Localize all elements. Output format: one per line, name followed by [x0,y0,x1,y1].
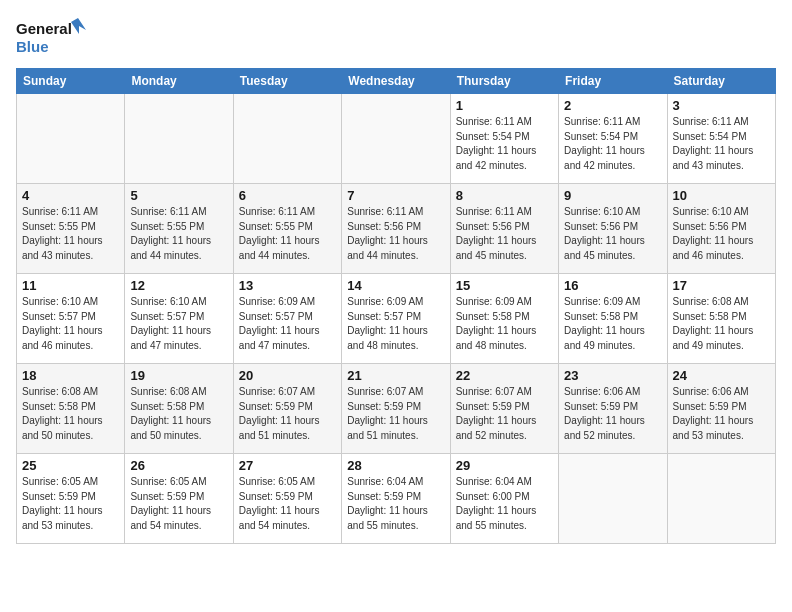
day-info: Sunrise: 6:10 AMSunset: 5:56 PMDaylight:… [564,205,661,263]
day-info: Sunrise: 6:11 AMSunset: 5:54 PMDaylight:… [456,115,553,173]
day-number: 28 [347,458,444,473]
svg-text:General: General [16,20,72,37]
day-info: Sunrise: 6:10 AMSunset: 5:56 PMDaylight:… [673,205,770,263]
svg-text:Blue: Blue [16,38,49,55]
calendar-cell: 12Sunrise: 6:10 AMSunset: 5:57 PMDayligh… [125,274,233,364]
calendar-cell: 26Sunrise: 6:05 AMSunset: 5:59 PMDayligh… [125,454,233,544]
day-number: 19 [130,368,227,383]
day-number: 8 [456,188,553,203]
day-info: Sunrise: 6:04 AMSunset: 5:59 PMDaylight:… [347,475,444,533]
day-info: Sunrise: 6:08 AMSunset: 5:58 PMDaylight:… [673,295,770,353]
week-row-3: 11Sunrise: 6:10 AMSunset: 5:57 PMDayligh… [17,274,776,364]
calendar-cell: 5Sunrise: 6:11 AMSunset: 5:55 PMDaylight… [125,184,233,274]
day-info: Sunrise: 6:07 AMSunset: 5:59 PMDaylight:… [347,385,444,443]
calendar-cell [125,94,233,184]
calendar-body: 1Sunrise: 6:11 AMSunset: 5:54 PMDaylight… [17,94,776,544]
day-info: Sunrise: 6:11 AMSunset: 5:54 PMDaylight:… [673,115,770,173]
day-of-week-thursday: Thursday [450,69,558,94]
calendar-cell: 27Sunrise: 6:05 AMSunset: 5:59 PMDayligh… [233,454,341,544]
calendar-cell: 11Sunrise: 6:10 AMSunset: 5:57 PMDayligh… [17,274,125,364]
day-number: 16 [564,278,661,293]
day-number: 7 [347,188,444,203]
day-number: 14 [347,278,444,293]
week-row-4: 18Sunrise: 6:08 AMSunset: 5:58 PMDayligh… [17,364,776,454]
calendar-cell [17,94,125,184]
day-number: 10 [673,188,770,203]
day-number: 23 [564,368,661,383]
week-row-5: 25Sunrise: 6:05 AMSunset: 5:59 PMDayligh… [17,454,776,544]
day-info: Sunrise: 6:10 AMSunset: 5:57 PMDaylight:… [130,295,227,353]
calendar-cell: 25Sunrise: 6:05 AMSunset: 5:59 PMDayligh… [17,454,125,544]
day-info: Sunrise: 6:05 AMSunset: 5:59 PMDaylight:… [22,475,119,533]
day-number: 24 [673,368,770,383]
day-number: 17 [673,278,770,293]
day-of-week-wednesday: Wednesday [342,69,450,94]
calendar-cell: 1Sunrise: 6:11 AMSunset: 5:54 PMDaylight… [450,94,558,184]
logo: General Blue [16,16,86,60]
day-info: Sunrise: 6:09 AMSunset: 5:57 PMDaylight:… [347,295,444,353]
calendar-cell: 14Sunrise: 6:09 AMSunset: 5:57 PMDayligh… [342,274,450,364]
week-row-1: 1Sunrise: 6:11 AMSunset: 5:54 PMDaylight… [17,94,776,184]
day-info: Sunrise: 6:07 AMSunset: 5:59 PMDaylight:… [239,385,336,443]
calendar-cell: 13Sunrise: 6:09 AMSunset: 5:57 PMDayligh… [233,274,341,364]
calendar-cell [559,454,667,544]
day-number: 5 [130,188,227,203]
day-number: 2 [564,98,661,113]
day-number: 1 [456,98,553,113]
calendar-cell: 28Sunrise: 6:04 AMSunset: 5:59 PMDayligh… [342,454,450,544]
day-info: Sunrise: 6:11 AMSunset: 5:56 PMDaylight:… [456,205,553,263]
calendar-cell: 16Sunrise: 6:09 AMSunset: 5:58 PMDayligh… [559,274,667,364]
calendar-cell: 6Sunrise: 6:11 AMSunset: 5:55 PMDaylight… [233,184,341,274]
calendar-cell: 15Sunrise: 6:09 AMSunset: 5:58 PMDayligh… [450,274,558,364]
calendar-cell: 20Sunrise: 6:07 AMSunset: 5:59 PMDayligh… [233,364,341,454]
day-of-week-sunday: Sunday [17,69,125,94]
day-of-week-tuesday: Tuesday [233,69,341,94]
calendar-cell: 3Sunrise: 6:11 AMSunset: 5:54 PMDaylight… [667,94,775,184]
day-info: Sunrise: 6:06 AMSunset: 5:59 PMDaylight:… [564,385,661,443]
day-number: 26 [130,458,227,473]
day-info: Sunrise: 6:06 AMSunset: 5:59 PMDaylight:… [673,385,770,443]
day-number: 21 [347,368,444,383]
day-info: Sunrise: 6:11 AMSunset: 5:55 PMDaylight:… [239,205,336,263]
calendar-header: SundayMondayTuesdayWednesdayThursdayFrid… [17,69,776,94]
day-number: 9 [564,188,661,203]
calendar-cell [233,94,341,184]
calendar-cell: 22Sunrise: 6:07 AMSunset: 5:59 PMDayligh… [450,364,558,454]
calendar-cell [342,94,450,184]
day-info: Sunrise: 6:09 AMSunset: 5:58 PMDaylight:… [456,295,553,353]
day-number: 11 [22,278,119,293]
calendar-cell: 29Sunrise: 6:04 AMSunset: 6:00 PMDayligh… [450,454,558,544]
day-number: 15 [456,278,553,293]
calendar-cell: 4Sunrise: 6:11 AMSunset: 5:55 PMDaylight… [17,184,125,274]
page-header: General Blue [16,16,776,60]
day-of-week-saturday: Saturday [667,69,775,94]
day-info: Sunrise: 6:08 AMSunset: 5:58 PMDaylight:… [22,385,119,443]
day-number: 29 [456,458,553,473]
day-info: Sunrise: 6:04 AMSunset: 6:00 PMDaylight:… [456,475,553,533]
day-info: Sunrise: 6:08 AMSunset: 5:58 PMDaylight:… [130,385,227,443]
day-number: 27 [239,458,336,473]
calendar-cell: 18Sunrise: 6:08 AMSunset: 5:58 PMDayligh… [17,364,125,454]
calendar-cell: 24Sunrise: 6:06 AMSunset: 5:59 PMDayligh… [667,364,775,454]
calendar-cell: 10Sunrise: 6:10 AMSunset: 5:56 PMDayligh… [667,184,775,274]
day-of-week-monday: Monday [125,69,233,94]
days-of-week-row: SundayMondayTuesdayWednesdayThursdayFrid… [17,69,776,94]
week-row-2: 4Sunrise: 6:11 AMSunset: 5:55 PMDaylight… [17,184,776,274]
day-number: 13 [239,278,336,293]
svg-marker-2 [71,18,86,34]
calendar-cell: 17Sunrise: 6:08 AMSunset: 5:58 PMDayligh… [667,274,775,364]
day-number: 25 [22,458,119,473]
day-info: Sunrise: 6:05 AMSunset: 5:59 PMDaylight:… [239,475,336,533]
day-number: 20 [239,368,336,383]
calendar-cell [667,454,775,544]
calendar-cell: 8Sunrise: 6:11 AMSunset: 5:56 PMDaylight… [450,184,558,274]
calendar-cell: 21Sunrise: 6:07 AMSunset: 5:59 PMDayligh… [342,364,450,454]
day-info: Sunrise: 6:11 AMSunset: 5:56 PMDaylight:… [347,205,444,263]
calendar-cell: 23Sunrise: 6:06 AMSunset: 5:59 PMDayligh… [559,364,667,454]
day-info: Sunrise: 6:07 AMSunset: 5:59 PMDaylight:… [456,385,553,443]
day-number: 22 [456,368,553,383]
day-number: 3 [673,98,770,113]
day-info: Sunrise: 6:10 AMSunset: 5:57 PMDaylight:… [22,295,119,353]
logo-svg: General Blue [16,16,86,60]
calendar-cell: 7Sunrise: 6:11 AMSunset: 5:56 PMDaylight… [342,184,450,274]
